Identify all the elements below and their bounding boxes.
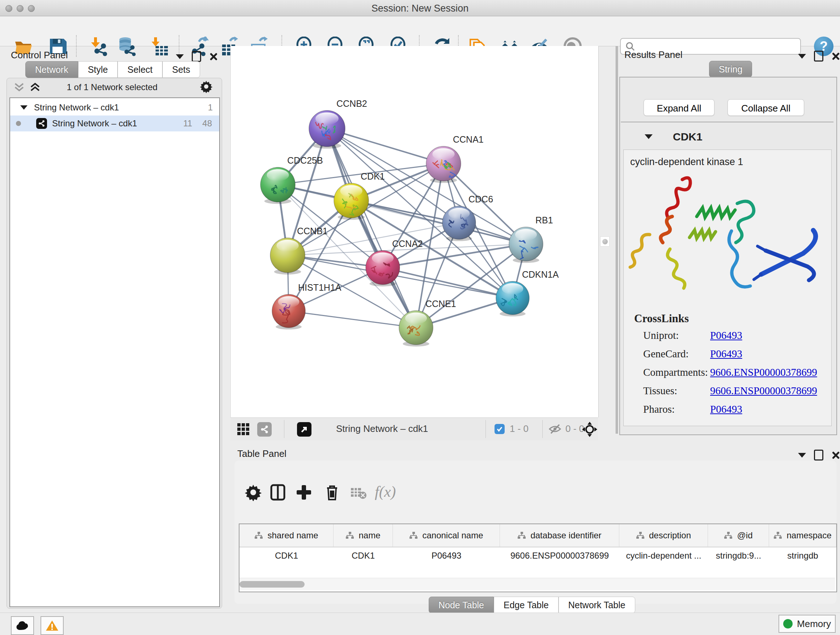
panel-close-icon[interactable] (209, 52, 217, 60)
crosslink-value-link[interactable]: P06493 (710, 329, 742, 341)
tab-edge-table[interactable]: Edge Table (494, 597, 559, 613)
crosslink-value-link[interactable]: 9606.ENSP00000378699 (710, 366, 817, 378)
fit-content-crosshair-icon[interactable] (582, 422, 597, 437)
node-count: 11 (183, 119, 192, 128)
table-cell[interactable]: stringdb:9... (708, 547, 769, 564)
column-header-shared-name[interactable]: shared name (240, 524, 333, 547)
network-node-CCNB2[interactable]: CCNB2 (309, 98, 367, 149)
expand-all-button[interactable]: Expand All (644, 99, 714, 116)
network-node-CCNE1[interactable]: CCNE1 (399, 299, 456, 347)
panel-float-icon[interactable] (192, 51, 201, 62)
network-node-HIST1H1A[interactable]: HIST1H1A (272, 282, 341, 329)
column-header-database-identifier[interactable]: database identifier (500, 524, 619, 547)
collapse-all-button[interactable]: Collapse All (728, 99, 804, 116)
cloud-status-button[interactable] (11, 616, 34, 635)
network-edge-CCNA2-CDKN1A[interactable] (383, 268, 513, 298)
node-label-CDKN1A: CDKN1A (522, 269, 559, 279)
expand-all-networks-icon[interactable] (30, 82, 41, 92)
hidden-counter: 0 - 0 (565, 423, 584, 434)
crosslink-value-link[interactable]: 9606.ENSP00000378699 (710, 385, 817, 397)
tab-network[interactable]: Network (25, 61, 78, 78)
table-body: CDK1CDK1P064939606.ENSP00000378699cyclin… (240, 547, 836, 564)
delete-table-icon[interactable] (349, 484, 367, 501)
table-horizontal-scrollbar[interactable] (240, 578, 835, 591)
column-header-@id[interactable]: @id (708, 524, 769, 547)
birds-eye-view-icon[interactable] (257, 422, 272, 437)
network-options-gear-icon[interactable] (200, 80, 213, 93)
column-header-description[interactable]: description (619, 524, 708, 547)
panel-menu-icon[interactable] (176, 54, 184, 59)
tab-node-table[interactable]: Node Table (429, 597, 494, 613)
tab-network-table[interactable]: Network Table (559, 597, 635, 613)
function-builder-icon[interactable]: f(x) (375, 483, 396, 500)
tree-expand-icon[interactable] (20, 105, 27, 110)
collapse-all-networks-icon[interactable] (14, 82, 25, 92)
control-panel: Control Panel NetworkStyleSelectSets 1 o… (0, 46, 228, 611)
grid-view-icon[interactable] (237, 423, 250, 436)
table-cell[interactable]: CDK1 (240, 547, 333, 564)
panel-close-icon[interactable] (831, 52, 839, 60)
table-row[interactable]: CDK1CDK1P064939606.ENSP00000378699cyclin… (240, 547, 836, 564)
network-graph[interactable]: CCNB2CCNA1CDC25BCDK1CDC6RB1CCNB1CCNA2CDK… (231, 46, 598, 417)
network-node-CCNA1[interactable]: CCNA1 (426, 134, 484, 183)
network-edge-CCNB2-CCNE1[interactable] (327, 128, 416, 328)
node-label-CDK1: CDK1 (361, 171, 385, 181)
delete-column-icon[interactable] (324, 484, 341, 501)
warning-status-button[interactable] (41, 616, 64, 635)
network-collection-label: String Network – cdk1 (34, 103, 119, 112)
crosslink-label: Uniprot: (643, 329, 679, 341)
panel-menu-icon[interactable] (798, 54, 806, 59)
panel-menu-icon[interactable] (798, 453, 806, 458)
section-collapse-icon[interactable] (645, 134, 653, 139)
panel-float-icon[interactable] (814, 450, 823, 461)
table-cell[interactable]: stringdb (769, 547, 836, 564)
table-cell[interactable]: cyclin-dependent ... (619, 547, 708, 564)
vertical-splitter[interactable] (616, 46, 619, 434)
network-row-label: String Network – cdk1 (52, 119, 137, 128)
scrollbar-thumb[interactable] (240, 581, 305, 587)
toolbar-separator (284, 420, 284, 438)
tab-sets[interactable]: Sets (163, 61, 200, 78)
selected-nodes-checkbox-icon[interactable] (494, 424, 505, 434)
gene-section-header[interactable]: CDK1 (621, 126, 834, 147)
control-panel-tabs: NetworkStyleSelectSets (25, 61, 200, 78)
application-window: Session: New Session (0, 0, 840, 635)
splitter-handle[interactable] (600, 236, 609, 247)
network-canvas[interactable]: CCNB2CCNA1CDC25BCDK1CDC6RB1CCNB1CCNA2CDK… (231, 46, 599, 417)
network-node-CDK1[interactable]: CDK1 (334, 171, 385, 220)
network-edge-CCNE1-HIST1H1A[interactable] (289, 311, 416, 328)
crosslink-value-link[interactable]: P06493 (710, 403, 742, 415)
status-bar (0, 613, 840, 635)
detach-view-icon[interactable] (297, 422, 311, 437)
table-cell[interactable]: 9606.ENSP00000378699 (500, 547, 619, 564)
column-header-canonical-name[interactable]: canonical name (393, 524, 500, 547)
add-column-icon[interactable] (295, 484, 313, 501)
table-panel-tabs: Node TableEdge TableNetwork Table (429, 597, 635, 613)
crosslink-label: Pharos: (643, 403, 675, 415)
network-row-selected[interactable]: String Network – cdk1 11 48 (10, 116, 219, 131)
panel-float-icon[interactable] (814, 51, 823, 62)
network-node-CDKN1A[interactable]: CDKN1A (496, 269, 559, 317)
tab-string[interactable]: String (709, 61, 752, 78)
panel-close-icon[interactable] (831, 451, 839, 459)
memory-button[interactable]: Memory (778, 615, 836, 633)
tab-select[interactable]: Select (118, 61, 162, 78)
show-columns-icon[interactable] (269, 484, 286, 501)
table-cell[interactable]: CDK1 (333, 547, 393, 564)
table-settings-gear-icon[interactable] (245, 484, 262, 501)
network-node-CCNB1[interactable]: CCNB1 (270, 226, 328, 274)
network-collection-row[interactable]: String Network – cdk1 1 (10, 100, 219, 116)
column-header-namespace[interactable]: namespace (769, 524, 836, 547)
tab-style[interactable]: Style (78, 61, 118, 78)
network-node-RB1[interactable]: RB1 (509, 215, 553, 263)
column-header-name[interactable]: name (333, 524, 393, 547)
current-network-dot-icon (16, 121, 21, 126)
main-toolbar: ? (0, 16, 840, 46)
crosslink-value-link[interactable]: P06493 (710, 348, 742, 360)
table-cell[interactable]: P06493 (393, 547, 500, 564)
network-selected-label: 1 of 1 Network selected (47, 82, 177, 92)
hidden-eye-slash-icon[interactable] (549, 424, 561, 434)
table-header-row: shared namenamecanonical namedatabase id… (240, 524, 836, 547)
control-panel-title: Control Panel (11, 50, 68, 61)
node-label-CCNB1: CCNB1 (297, 226, 328, 236)
